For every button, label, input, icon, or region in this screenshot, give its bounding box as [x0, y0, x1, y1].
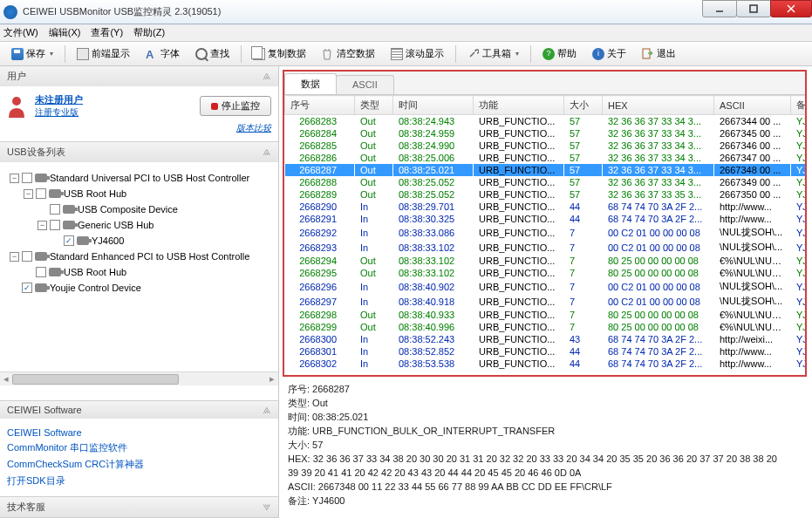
stop-monitor-button[interactable]: 停止监控 — [200, 96, 271, 116]
checkbox[interactable]: ✓ — [64, 235, 74, 246]
cell: 7 — [564, 255, 603, 267]
tree-node-label[interactable]: Generic USB Hub — [78, 217, 154, 233]
expand-icon[interactable]: ⩔ — [263, 502, 271, 512]
front-display-button[interactable]: 前端显示 — [71, 44, 136, 63]
table-row[interactable]: 2668298Out08:38:40.933URB_FUNCTIO...780 … — [285, 309, 806, 321]
collapse-icon[interactable]: ⩓ — [263, 72, 271, 81]
exit-button[interactable]: 退出 — [636, 44, 682, 63]
table-row[interactable]: 2668296In08:38:40.902URB_FUNCTIO...700 C… — [285, 279, 806, 294]
table-row[interactable]: 2668294Out08:38:33.102URB_FUNCTIO...780 … — [285, 255, 806, 267]
cell: 2668291 — [285, 213, 355, 225]
tree-node-label[interactable]: YJ4600 — [92, 233, 124, 249]
software-link[interactable]: CEIWEI Software — [7, 426, 271, 440]
device-icon — [77, 236, 89, 245]
tree-toggle[interactable]: − — [38, 221, 47, 230]
software-link[interactable]: CommMonitor 串口监控软件 — [7, 440, 271, 456]
scroll-icon — [391, 48, 403, 60]
checkbox[interactable] — [50, 204, 60, 215]
tree-node-label[interactable]: Standard Enhanced PCI to USB Host Contro… — [50, 249, 249, 264]
device-tree[interactable]: −Standard Universal PCI to USB Host Cont… — [0, 162, 278, 371]
device-icon — [63, 205, 75, 214]
collapse-icon[interactable]: ⩓ — [263, 406, 271, 415]
tree-toggle[interactable]: − — [10, 174, 19, 183]
cell: 08:38:52.852 — [393, 345, 474, 358]
toolbox-button[interactable]: 工具箱 — [461, 44, 525, 63]
table-row[interactable]: 2668288Out08:38:25.052URB_FUNCTIO...5732… — [285, 176, 806, 188]
tree-node-label[interactable]: Standard Universal PCI to USB Host Contr… — [50, 170, 249, 186]
table-row[interactable]: 2668291In08:38:30.325URB_FUNCTIO...4468 … — [285, 213, 806, 225]
table-row[interactable]: 2668295Out08:38:33.102URB_FUNCTIO...780 … — [285, 267, 806, 279]
cell: YJ4600 — [791, 188, 806, 201]
tree-node-label[interactable]: USB Root Hub — [64, 186, 126, 201]
col-ascii[interactable]: ASCII — [714, 96, 791, 115]
menu-file[interactable]: 文件(W) — [3, 26, 38, 39]
col-time[interactable]: 时间 — [393, 96, 474, 115]
close-button[interactable] — [770, 0, 812, 17]
table-row[interactable]: 2668292In08:38:33.086URB_FUNCTIO...700 C… — [285, 225, 806, 240]
checkbox[interactable] — [36, 267, 46, 277]
tree-toggle[interactable]: − — [10, 252, 19, 262]
table-row[interactable]: 2668287Out08:38:25.021URB_FUNCTIO...5732… — [285, 164, 806, 176]
register-pro-link[interactable]: 注册专业版 — [35, 107, 78, 117]
table-row[interactable]: 2668284Out08:38:24.959URB_FUNCTIO...5732… — [285, 127, 806, 140]
save-button[interactable]: 保存 — [5, 44, 59, 63]
app-icon — [3, 5, 17, 19]
panel-title: USB设备列表 — [7, 146, 65, 159]
checkbox[interactable] — [22, 251, 32, 262]
tree-node-label[interactable]: USB Composite Device — [78, 201, 178, 217]
table-row[interactable]: 2668301In08:38:52.852URB_FUNCTIO...4468 … — [285, 345, 806, 358]
help-button[interactable]: ?帮助 — [536, 44, 583, 63]
scroll-display-button[interactable]: 滚动显示 — [385, 44, 450, 63]
tree-node-label[interactable]: Youjie Control Device — [50, 280, 141, 296]
version-compare-link[interactable]: 版本比较 — [236, 123, 271, 133]
copy-data-button[interactable]: 复制数据 — [247, 44, 312, 63]
maximize-button[interactable] — [736, 0, 771, 17]
cell: 7 — [564, 321, 603, 333]
col-size[interactable]: 大小 — [564, 96, 603, 115]
table-row[interactable]: 2668290In08:38:29.701URB_FUNCTIO...4468 … — [285, 201, 806, 213]
table-row[interactable]: 2668297In08:38:40.918URB_FUNCTIO...700 C… — [285, 294, 806, 309]
unregistered-link[interactable]: 未注册用户 — [35, 94, 83, 105]
clear-data-button[interactable]: 清空数据 — [316, 44, 381, 63]
cell: URB_FUNCTIO... — [474, 240, 564, 255]
search-button[interactable]: 查找 — [189, 44, 235, 63]
tab-ascii[interactable]: ASCII — [336, 75, 394, 94]
cell: Out — [355, 309, 393, 321]
cell: URB_FUNCTIO... — [474, 176, 564, 188]
menu-view[interactable]: 查看(Y) — [91, 26, 123, 39]
table-row[interactable]: 2668293In08:38:33.102URB_FUNCTIO...700 C… — [285, 240, 806, 255]
about-button[interactable]: i关于 — [586, 44, 632, 63]
cell: 80 25 00 00 00 00 08 — [603, 309, 714, 321]
software-link[interactable]: 打开SDK目录 — [7, 473, 271, 489]
col-func[interactable]: 功能 — [474, 96, 564, 115]
table-row[interactable]: 2668302In08:38:53.538URB_FUNCTIO...4468 … — [285, 358, 806, 370]
table-row[interactable]: 2668283Out08:38:24.943URB_FUNCTIO...5732… — [285, 115, 806, 128]
horizontal-scrollbar[interactable]: ◂▸ — [0, 371, 278, 385]
col-type[interactable]: 类型 — [355, 96, 393, 115]
panel-title: CEIWEI Software — [7, 405, 82, 415]
table-row[interactable]: 2668286Out08:38:25.006URB_FUNCTIO...5732… — [285, 152, 806, 164]
cell: URB_FUNCTIO... — [474, 279, 564, 294]
menu-edit[interactable]: 编辑(X) — [49, 26, 81, 39]
checkbox[interactable] — [50, 220, 60, 230]
table-row[interactable]: 2668300In08:38:52.243URB_FUNCTIO...4368 … — [285, 333, 806, 345]
checkbox[interactable] — [22, 173, 32, 183]
table-row[interactable]: 2668289Out08:38:25.052URB_FUNCTIO...5732… — [285, 188, 806, 201]
data-grid[interactable]: 序号 类型 时间 功能 大小 HEX ASCII 备注 2668283Out08… — [284, 95, 805, 370]
col-seq[interactable]: 序号 — [285, 96, 355, 115]
checkbox[interactable] — [36, 188, 46, 199]
checkbox[interactable]: ✓ — [22, 283, 32, 293]
cell: YJ4600 — [791, 267, 806, 279]
tab-data[interactable]: 数据 — [284, 73, 337, 94]
tree-toggle[interactable]: − — [24, 189, 33, 199]
minimize-button[interactable] — [702, 0, 737, 17]
menu-help[interactable]: 帮助(Z) — [133, 26, 165, 39]
table-row[interactable]: 2668299Out08:38:40.996URB_FUNCTIO...780 … — [285, 321, 806, 333]
tree-node-label[interactable]: USB Root Hub — [64, 264, 126, 280]
col-hex[interactable]: HEX — [603, 96, 714, 115]
font-button[interactable]: A字体 — [140, 44, 186, 63]
table-row[interactable]: 2668285Out08:38:24.990URB_FUNCTIO...5732… — [285, 140, 806, 152]
col-remark[interactable]: 备注 — [791, 96, 806, 115]
software-link[interactable]: CommCheckSum CRC计算神器 — [7, 456, 271, 473]
collapse-icon[interactable]: ⩓ — [263, 147, 271, 157]
